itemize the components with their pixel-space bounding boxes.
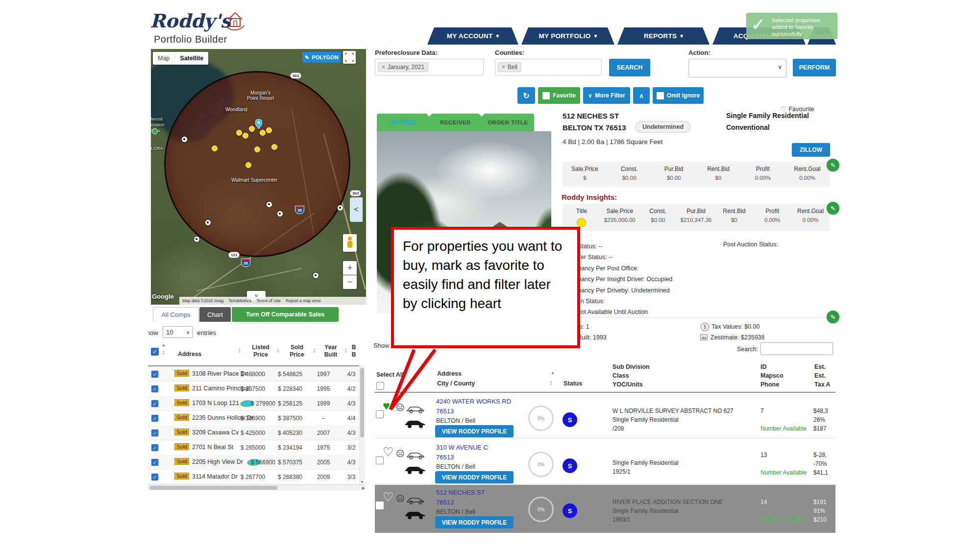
car-outline-icon[interactable] xyxy=(406,496,425,505)
map-marker-yellow[interactable] xyxy=(260,130,266,136)
row-checkbox[interactable] xyxy=(151,415,158,422)
comps-row[interactable]: Sold 3108 River Place Dr $ 468000 $ 5486… xyxy=(148,366,359,382)
comps-row[interactable]: Sold 3114 Matador Dr $ 267700 $ 268380 2… xyxy=(148,469,359,484)
property-link[interactable]: 4240 WATER WORKS RD xyxy=(436,398,511,405)
scroll-right-icon[interactable] xyxy=(362,486,365,490)
county-chip[interactable]: Bell xyxy=(498,62,521,72)
comps-vertical-scrollbar[interactable] xyxy=(359,366,365,485)
sort-icon[interactable] xyxy=(313,348,316,354)
more-filter-button[interactable]: More Filter xyxy=(583,87,630,104)
col-header-address[interactable]: Address xyxy=(178,351,201,358)
comps-row[interactable]: Sold 2235 Dunns Hollow Dr $ 386900 $ 387… xyxy=(148,410,359,426)
collapse-panel-button[interactable] xyxy=(633,87,650,104)
action-select[interactable] xyxy=(688,59,786,77)
scrollbar-thumb[interactable] xyxy=(149,486,278,490)
edit-pencil-icon[interactable] xyxy=(827,202,839,215)
tab-all-comps[interactable]: All Comps xyxy=(153,307,199,322)
close-icon[interactable] xyxy=(502,64,505,71)
scrollbar-thumb[interactable] xyxy=(360,368,364,437)
tab-chart[interactable]: Chart xyxy=(199,307,231,322)
property-zip-link[interactable]: 76513 xyxy=(436,407,454,415)
preforeclosure-chip[interactable]: January, 2021 xyxy=(378,62,428,72)
view-roddy-profile-button[interactable]: VIEW RODDY PROFILE xyxy=(435,516,514,528)
map-marker-yellow[interactable] xyxy=(271,144,277,150)
sort-icon[interactable] xyxy=(276,348,280,354)
map-canvas[interactable]: Morgan'sPoint Resort Woodland Walmart Su… xyxy=(151,49,366,305)
sad-face-icon[interactable] xyxy=(396,403,405,413)
search-button[interactable]: SEARCH xyxy=(609,59,650,76)
zoom-in-button[interactable] xyxy=(343,261,357,275)
property-zip-link[interactable]: 76513 xyxy=(436,499,454,506)
car-filled-icon[interactable] xyxy=(403,418,427,429)
map-marker-dot[interactable] xyxy=(181,136,188,143)
nav-my-portfolio[interactable]: MY PORTFOLIO xyxy=(521,27,614,45)
map-marker-yellow[interactable] xyxy=(254,146,260,152)
col-header-status[interactable]: Status xyxy=(564,380,582,387)
view-roddy-profile-button[interactable]: VIEW RODDY PROFILE xyxy=(435,471,514,483)
satellite-button[interactable]: Satellite xyxy=(174,52,208,65)
comps-row[interactable]: Sold 2701 N Beal St $ 265000 $ 234194 19… xyxy=(148,440,359,455)
map-marker-dot[interactable] xyxy=(205,219,211,226)
sad-face-icon[interactable] xyxy=(396,449,405,459)
map-marker-yellow[interactable] xyxy=(243,133,248,139)
row-checkbox[interactable] xyxy=(151,459,158,466)
col-header-bed-bath[interactable]: BB xyxy=(349,344,359,359)
favorite-heart-icon[interactable] xyxy=(383,445,393,459)
status-circle[interactable]: S xyxy=(563,503,577,518)
comps-select-all-checkbox[interactable] xyxy=(151,348,159,356)
edit-pencil-icon[interactable] xyxy=(827,311,839,323)
map-marker-yellow[interactable] xyxy=(236,130,242,136)
car-filled-icon[interactable] xyxy=(403,509,427,520)
scroll-down-icon[interactable] xyxy=(360,480,364,484)
comps-row[interactable]: Sold 211 Camino Principal $ 237500 $ 228… xyxy=(148,381,359,396)
results-search-input[interactable] xyxy=(760,342,833,355)
map-pin-blue[interactable] xyxy=(255,119,262,129)
col-header-sold-price[interactable]: SoldPrice xyxy=(283,344,311,359)
map-marker-dot[interactable] xyxy=(266,201,272,208)
map-marker-yellow[interactable] xyxy=(266,127,272,133)
row-checkbox[interactable] xyxy=(151,400,158,407)
edit-pencil-icon[interactable] xyxy=(827,159,839,171)
sort-asc-icon[interactable] xyxy=(162,343,166,347)
row-checkbox[interactable] xyxy=(151,371,158,378)
map-marker-yellow[interactable] xyxy=(245,162,251,168)
nav-my-account[interactable]: MY ACCOUNT xyxy=(427,27,518,45)
sort-icon[interactable] xyxy=(344,348,347,354)
comps-horizontal-scrollbar[interactable] xyxy=(148,485,365,491)
status-circle[interactable]: S xyxy=(563,412,577,427)
comps-row[interactable]: Sold 2205 High View Dr $ 566900 $ 570375… xyxy=(148,455,359,470)
nav-reports[interactable]: REPORTS xyxy=(617,27,710,45)
sort-icon[interactable] xyxy=(238,348,241,354)
omit-ignore-button[interactable]: Omit Ignore xyxy=(653,87,704,104)
select-all-checkbox[interactable] xyxy=(376,382,384,390)
zoom-out-button[interactable] xyxy=(343,275,357,289)
sad-face-icon[interactable] xyxy=(396,494,405,504)
perform-button[interactable]: PERFORM xyxy=(793,59,836,76)
sort-icon[interactable] xyxy=(549,380,553,386)
row-checkbox[interactable] xyxy=(151,430,158,436)
sort-desc-icon[interactable] xyxy=(551,371,555,376)
pegman-icon[interactable] xyxy=(343,234,357,252)
zillow-button[interactable]: ZILLOW xyxy=(792,143,830,157)
polygon-button[interactable]: POLYGON xyxy=(302,52,341,63)
map-marker-yellow[interactable] xyxy=(212,145,218,151)
close-icon[interactable] xyxy=(382,64,385,71)
status-circle[interactable]: S xyxy=(563,458,577,473)
tab-my-pics[interactable]: MY PICS xyxy=(377,114,429,131)
map-marker-dot[interactable] xyxy=(313,272,319,279)
attribution-terms-link[interactable]: Terms of Use xyxy=(256,298,281,303)
fullscreen-icon[interactable] xyxy=(343,51,356,64)
row-checkbox[interactable] xyxy=(151,444,158,451)
col-header-year-built[interactable]: YearBuilt xyxy=(318,344,343,359)
tab-received[interactable]: RECEIVED xyxy=(429,114,482,131)
map-button[interactable]: Map xyxy=(153,52,174,65)
comps-row[interactable]: Sold 3209 Casawa Cv $ 425000 $ 405230 20… xyxy=(148,425,359,440)
preforeclosure-input[interactable]: January, 2021 xyxy=(375,59,484,75)
favorite-filter-button[interactable]: Favorite xyxy=(538,87,580,104)
counties-input[interactable]: Bell xyxy=(495,59,602,75)
map-marker-dot[interactable] xyxy=(194,236,200,242)
toggle-comparable-sales-button[interactable]: Turn Off Comparable Sales xyxy=(232,307,339,322)
map-marker-dot[interactable] xyxy=(337,205,343,211)
row-checkbox[interactable] xyxy=(151,474,158,480)
collapse-chevron-icon[interactable] xyxy=(350,197,363,222)
